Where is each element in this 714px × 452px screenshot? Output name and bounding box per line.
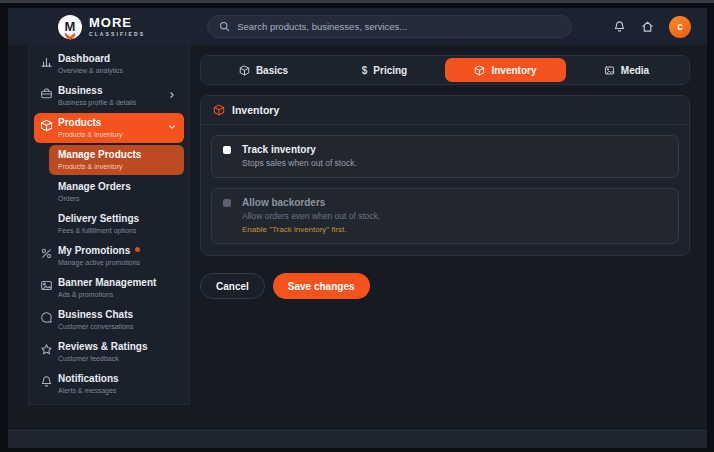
tab-inventory[interactable]: Inventory: [445, 58, 566, 82]
sidebar-item-sub: Fees & fulfillment options: [58, 226, 176, 235]
tab-label: Media: [621, 65, 649, 76]
package-icon: [239, 65, 250, 76]
sidebar-item-business[interactable]: Business Business profile & details: [34, 81, 184, 111]
bell-icon[interactable]: [613, 20, 626, 33]
sidebar-item-dashboard[interactable]: Dashboard Overview & analytics: [34, 49, 184, 79]
sidebar-item-label: Business Chats: [58, 309, 176, 320]
option-title: Track inventory: [242, 144, 668, 156]
image-icon: [40, 279, 53, 292]
star-icon: [40, 343, 53, 356]
sidebar-item-sub: Ads & promotions: [58, 290, 176, 299]
sidebar-item-label: Delivery Settings: [58, 213, 176, 224]
track-inventory-option: Track inventory Stops sales when out of …: [211, 135, 679, 178]
briefcase-icon: [40, 87, 53, 100]
form-actions: Cancel Save changes: [200, 273, 690, 299]
search-input[interactable]: [237, 21, 560, 32]
allow-backorders-checkbox: [223, 199, 231, 207]
option-description: Stops sales when out of stock.: [242, 158, 668, 169]
sidebar-item-label: Products: [58, 117, 176, 128]
sidebar-item-sub: Customer conversations: [58, 322, 176, 331]
sidebar-item-reviews-ratings[interactable]: Reviews & Ratings Customer feedback: [34, 337, 184, 367]
option-note: Enable "Track inventory" first.: [242, 225, 668, 235]
bar-chart-icon: [40, 55, 53, 68]
sidebar-item-label: Notifications: [58, 373, 176, 384]
track-inventory-checkbox[interactable]: [223, 146, 231, 154]
sidebar-item-sub: Products & inventory: [58, 162, 176, 171]
inventory-panel-header: Inventory: [201, 96, 689, 125]
sidebar-item-products[interactable]: Products Products & inventory: [34, 113, 184, 143]
tab-media[interactable]: Media: [566, 58, 687, 82]
sidebar-item-sub: Overview & analytics: [58, 66, 176, 75]
user-avatar[interactable]: c: [669, 16, 691, 38]
home-icon[interactable]: [641, 20, 654, 33]
brand-logo[interactable]: M MORE CLASSIFIEDS: [58, 15, 145, 39]
global-search[interactable]: [207, 15, 572, 38]
cancel-button[interactable]: Cancel: [200, 273, 265, 299]
tab-label: Inventory: [491, 65, 536, 76]
tab-basics[interactable]: Basics: [203, 58, 324, 82]
main-content: Basics $ Pricing Inventory Media: [200, 55, 690, 299]
tab-label: Pricing: [373, 65, 407, 76]
sidebar-item-business-chats[interactable]: Business Chats Customer conversations: [34, 305, 184, 335]
sidebar-item-label: Manage Orders: [58, 181, 176, 192]
tab-label: Basics: [256, 65, 288, 76]
sidebar-item-label: My Promotions: [58, 245, 176, 256]
window-top-edge: [0, 0, 714, 3]
sidebar-item-sub: Manage active promotions: [58, 258, 176, 267]
sidebar-item-sub: Customer feedback: [58, 354, 176, 363]
package-icon: [213, 104, 225, 116]
inventory-panel: Inventory Track inventory Stops sales wh…: [200, 95, 690, 256]
option-description: Allow orders even when out of stock.: [242, 211, 668, 222]
sidebar-item-sub: Orders: [58, 194, 176, 203]
logo-letter: M: [65, 19, 76, 34]
save-changes-button[interactable]: Save changes: [273, 273, 370, 299]
app-window: M MORE CLASSIFIEDS c: [8, 8, 707, 448]
package-icon: [40, 119, 53, 132]
sidebar-item-label: Dashboard: [58, 53, 176, 64]
sidebar-item-label: Business: [58, 85, 176, 96]
image-icon: [604, 65, 615, 76]
sidebar-item-label: Manage Products: [58, 149, 176, 160]
product-tabs: Basics $ Pricing Inventory Media: [200, 55, 690, 85]
sidebar-item-my-promotions[interactable]: My Promotions Manage active promotions: [34, 241, 184, 271]
avatar-letter: c: [677, 21, 683, 32]
sidebar-item-manage-orders[interactable]: Manage Orders Orders: [49, 177, 184, 207]
sidebar-item-reports[interactable]: Reports: [34, 401, 184, 405]
sidebar-item-sub: Products & inventory: [58, 130, 176, 139]
brand-tagline: CLASSIFIEDS: [89, 31, 145, 37]
sidebar-item-notifications[interactable]: Notifications Alerts & messages: [34, 369, 184, 399]
dollar-icon: $: [362, 65, 368, 76]
top-navbar: M MORE CLASSIFIEDS c: [8, 8, 707, 45]
panel-title: Inventory: [232, 104, 279, 116]
logo-m-icon: M: [58, 15, 82, 39]
sidebar-item-manage-products[interactable]: Manage Products Products & inventory: [49, 145, 184, 175]
sidebar-item-sub: Business profile & details: [58, 98, 176, 107]
notification-dot: [135, 247, 140, 252]
brand-name: MORE: [89, 17, 145, 29]
sidebar-item-label: Banner Management: [58, 277, 176, 288]
allow-backorders-option: Allow backorders Allow orders even when …: [211, 188, 679, 244]
tab-pricing[interactable]: $ Pricing: [324, 58, 445, 82]
sidebar-nav: Dashboard Overview & analytics Business …: [28, 45, 190, 405]
chevron-down-icon: [168, 123, 176, 131]
sidebar-item-banner-management[interactable]: Banner Management Ads & promotions: [34, 273, 184, 303]
package-icon: [474, 65, 485, 76]
app-body: Dashboard Overview & analytics Business …: [8, 45, 707, 430]
sidebar-item-sub: Alerts & messages: [58, 386, 176, 395]
percent-icon: [40, 247, 53, 260]
brand-text: MORE CLASSIFIEDS: [89, 17, 145, 37]
app-footer: [8, 430, 707, 448]
sidebar-item-label: Reviews & Ratings: [58, 341, 176, 352]
chevron-right-icon: [168, 91, 176, 99]
search-icon: [219, 21, 230, 32]
navbar-actions: c: [613, 16, 707, 38]
sidebar-item-delivery-settings[interactable]: Delivery Settings Fees & fulfillment opt…: [49, 209, 184, 239]
chat-icon: [40, 311, 53, 324]
bell-icon: [40, 375, 53, 388]
screen-frame: M MORE CLASSIFIEDS c: [0, 0, 714, 452]
option-title: Allow backorders: [242, 197, 668, 209]
